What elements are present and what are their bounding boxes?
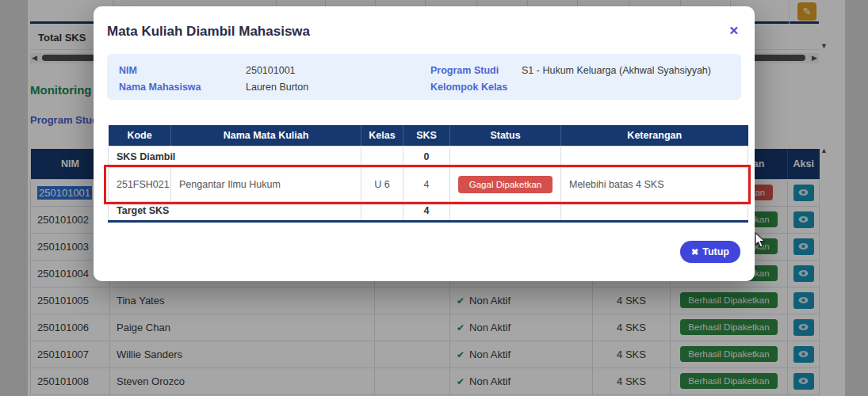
prodi-label: Program Studi [430, 65, 499, 76]
header-kode: Kode [109, 125, 171, 146]
course-keterangan: Melebihi batas 4 SKS [561, 167, 748, 201]
modal-mata-kuliah: Mata Kuliah Diambil Mahasiswa ✕ NIM 2501… [94, 6, 755, 281]
nim-value: 250101001 [246, 65, 296, 76]
modal-title: Mata Kuliah Diambil Mahasiswa [107, 24, 310, 40]
tutup-button[interactable]: ✖Tutup [680, 241, 740, 263]
header-status: Status [450, 125, 561, 146]
sks-diambil-label: SKS Diambil [109, 146, 361, 167]
kelompok-label: Kelompok Kelas [430, 82, 507, 93]
nama-value: Lauren Burton [246, 82, 308, 93]
header-keterangan: Keterangan [561, 125, 748, 146]
target-sks-row: Target SKS 4 [109, 201, 748, 221]
tutup-label: Tutup [702, 246, 729, 257]
student-info-panel: NIM 250101001 Program Studi S1 - Hukum K… [107, 54, 741, 100]
sks-diambil-value: 0 [403, 146, 450, 167]
mouse-cursor [755, 232, 767, 249]
close-x-icon: ✖ [691, 247, 698, 257]
nama-label: Nama Mahasiswa [119, 82, 201, 93]
close-icon[interactable]: ✕ [728, 24, 739, 38]
header-kelas: Kelas [361, 125, 403, 146]
course-table-header: Kode Nama Mata Kuliah Kelas SKS Status K… [109, 125, 748, 146]
course-kode: 251FSH021 [109, 167, 171, 201]
target-sks-value: 4 [403, 201, 450, 221]
header-sks: SKS [403, 125, 450, 146]
sks-diambil-row: SKS Diambil 0 [109, 146, 748, 167]
header-nama-mk: Nama Mata Kuliah [171, 125, 361, 146]
target-sks-label: Target SKS [109, 201, 361, 221]
course-row: 251FSH021 Pengantar Ilmu Hukum U 6 4 Gag… [109, 167, 748, 201]
nim-label: NIM [119, 65, 137, 76]
prodi-value: S1 - Hukum Keluarga (Akhwal Syahsiyyah) [522, 65, 711, 76]
course-kelas: U 6 [361, 167, 403, 201]
course-table: Kode Nama Mata Kuliah Kelas SKS Status K… [108, 125, 748, 223]
status-badge: Gagal Dipaketkan [458, 176, 553, 193]
course-sks: 4 [403, 167, 450, 201]
course-nama: Pengantar Ilmu Hukum [171, 167, 361, 201]
